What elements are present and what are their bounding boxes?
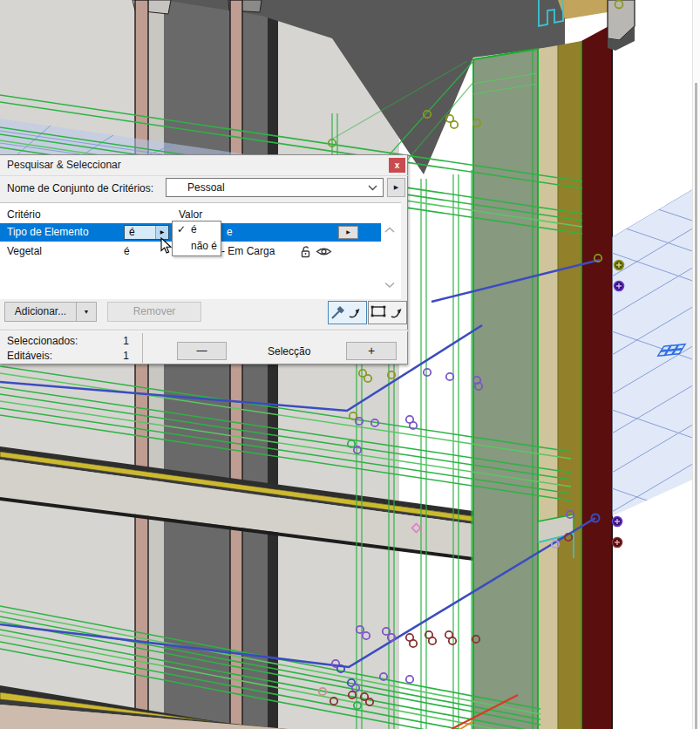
column-header-valor: Valor xyxy=(179,208,202,221)
curtain-wall-panel xyxy=(473,0,635,729)
titlebar-divider xyxy=(0,175,408,176)
deselect-button[interactable]: — xyxy=(177,342,227,360)
marquee-select-button[interactable] xyxy=(368,301,407,324)
menu-item-e[interactable]: ✓ é xyxy=(173,221,221,238)
add-dropdown-arrow-icon[interactable]: ▼ xyxy=(76,303,96,321)
close-button[interactable]: x xyxy=(389,158,405,173)
operator-value: é xyxy=(125,226,155,239)
eyedropper-icon xyxy=(329,302,364,322)
operator-dropdown-menu: ✓ é não é xyxy=(172,221,221,256)
row2-value: - Em Carga xyxy=(221,245,275,257)
row2-criterio: Vegetal xyxy=(7,245,42,257)
grid-plane-right xyxy=(612,185,700,519)
chevron-down-icon xyxy=(368,185,377,191)
vertical-divider xyxy=(142,333,143,364)
selected-count-label: Seleccionados: xyxy=(7,335,78,347)
selection-label: Selecção xyxy=(268,345,310,358)
dialog-title: Pesquisar & Seleccionar xyxy=(7,159,121,171)
application-window: Pesquisar & Seleccionar x Nome de Conjun… xyxy=(0,0,700,729)
pick-up-settings-button[interactable] xyxy=(328,301,367,324)
menu-item-nao-e[interactable]: não é xyxy=(173,238,221,255)
mouse-cursor xyxy=(160,237,173,255)
unlock-icon xyxy=(299,245,313,258)
scroll-up-icon[interactable] xyxy=(384,227,396,234)
criteria-set-value: Pessoal xyxy=(187,181,225,194)
select-button[interactable]: + xyxy=(346,342,397,360)
criteria-set-combobox[interactable]: Pessoal xyxy=(166,178,384,197)
scrollbar-thumb[interactable] xyxy=(695,83,697,729)
row1-value-partial: e xyxy=(227,226,233,238)
find-select-dialog: Pesquisar & Seleccionar x Nome de Conjun… xyxy=(0,154,408,364)
selected-count-value: 1 xyxy=(103,335,129,347)
check-icon: ✓ xyxy=(177,221,186,238)
add-button[interactable]: Adicionar... ▼ xyxy=(4,302,97,322)
viewport-scrollbar[interactable] xyxy=(692,0,700,729)
remove-button[interactable]: Remover xyxy=(107,302,201,322)
row1-criterio: Tipo de Elemento xyxy=(7,226,89,238)
column-header-criterio: Critério xyxy=(7,208,41,221)
marquee-icon xyxy=(369,302,404,322)
editable-count-label: Editáveis: xyxy=(7,350,52,362)
scroll-down-icon[interactable] xyxy=(384,282,396,289)
section-divider xyxy=(0,330,408,331)
row1-value-menu-button[interactable]: ▶ xyxy=(338,226,358,239)
criteria-set-label: Nome de Conjunto de Critérios: xyxy=(7,182,153,194)
3d-viewport[interactable] xyxy=(0,0,700,729)
eye-icon xyxy=(316,245,332,258)
row2-operator: é xyxy=(124,245,130,257)
criteria-set-menu-button[interactable]: ▶ xyxy=(387,178,405,197)
editable-count-value: 1 xyxy=(103,350,129,362)
